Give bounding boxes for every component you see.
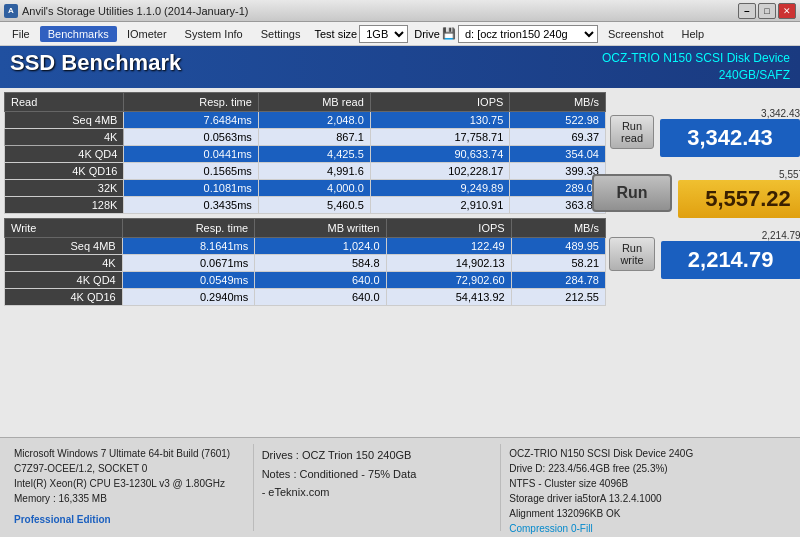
table-row: 4K QD4 0.0549ms 640.0 72,902.60 284.78 [5,271,606,288]
run-button[interactable]: Run [592,174,672,212]
device-line1: OCZ-TRIO N150 SCSI Disk Device [602,50,790,67]
run-read-button[interactable]: Run read [610,115,654,149]
total-score-container: 5,557.22 5,557.22 [678,169,800,218]
table-row: 4K QD4 0.0441ms 4,425.5 90,633.74 354.04 [5,145,606,162]
mb-read-cell: 2,048.0 [258,111,370,128]
mb-read-cell: 4,000.0 [258,179,370,196]
resp-time-cell: 0.1565ms [124,162,258,179]
row-label: 4K QD4 [5,145,124,162]
notes-section: Drives : OCZ Trion 150 240GB Notes : Con… [254,444,502,531]
mb-written-cell: 640.0 [255,271,386,288]
read-score-container: 3,342.43 3,342.43 [660,108,800,157]
menu-file[interactable]: File [4,26,38,42]
system-info-section: Microsoft Windows 7 Ultimate 64-bit Buil… [6,444,254,531]
drive-select[interactable]: d: [ocz trion150 240g [458,25,598,43]
device-line2: 240GB/SAFZ [602,67,790,84]
sys-line4: Memory : 16,335 MB [14,491,245,506]
row-label: Seq 4MB [5,237,123,254]
test-size-select[interactable]: 1GB 4GB 8GB [359,25,408,43]
content-wrapper: Read Resp. time MB read IOPS MB/s Seq 4M… [0,88,800,437]
menu-iometer[interactable]: IOmeter [119,26,175,42]
menu-benchmarks[interactable]: Benchmarks [40,26,117,42]
drive-line1: OCZ-TRIO N150 SCSI Disk Device 240G [509,446,786,461]
maximize-button[interactable]: □ [758,3,776,19]
resp-time-cell: 0.3435ms [124,196,258,213]
sys-line2: C7Z97-OCEE/1.2, SOCKET 0 [14,461,245,476]
iops-col-header: IOPS [370,92,510,111]
resp-time-col-header: Resp. time [124,92,258,111]
mbs-cell: 354.04 [510,145,606,162]
table-row: 4K QD16 0.2940ms 640.0 54,413.92 212.55 [5,288,606,305]
read-score-box: 3,342.43 [660,119,800,157]
run-write-button[interactable]: Run write [609,237,654,271]
iops-cell: 2,910.91 [370,196,510,213]
write-score-container: 2,214.79 2,214.79 [661,230,800,279]
mb-read-cell: 5,460.5 [258,196,370,213]
iops-cell: 122.49 [386,237,511,254]
bottom-bar: Microsoft Windows 7 Ultimate 64-bit Buil… [0,437,800,537]
resp-time-cell: 0.2940ms [122,288,255,305]
test-size-label: Test size [314,28,357,40]
mb-written-cell: 640.0 [255,288,386,305]
drive-line3: NTFS - Cluster size 4096B [509,476,786,491]
app-icon: A [4,4,18,18]
iops-cell: 72,902.60 [386,271,511,288]
mb-read-cell: 4,991.6 [258,162,370,179]
row-label: 128K [5,196,124,213]
iops-cell: 90,633.74 [370,145,510,162]
drive-line5: Alignment 132096KB OK [509,506,786,521]
write-col-header: Write [5,218,123,237]
row-label: 4K [5,254,123,271]
test-size-group: Test size 1GB 4GB 8GB [314,25,408,43]
mb-read-cell: 867.1 [258,128,370,145]
mb-written-cell: 1,024.0 [255,237,386,254]
iops-cell: 130.75 [370,111,510,128]
iops-cell: 9,249.89 [370,179,510,196]
resp-time-cell: 7.6484ms [124,111,258,128]
mb-written-cell: 584.8 [255,254,386,271]
main-content: SSD Benchmark OCZ-TRIO N150 SCSI Disk De… [0,46,800,537]
write-score-box: 2,214.79 [661,241,800,279]
resp-time-cell: 0.0549ms [122,271,255,288]
mb-written-col-header: MB written [255,218,386,237]
row-label: 32K [5,179,124,196]
notes-line1: Drives : OCZ Trion 150 240GB [262,446,493,465]
resp-time-cell: 0.1081ms [124,179,258,196]
drive-line6: Compression 0-Fill [509,521,786,536]
row-label: 4K QD4 [5,271,123,288]
menu-settings[interactable]: Settings [253,26,309,42]
drive-group: Drive 💾 d: [ocz trion150 240g [414,25,598,43]
total-score-box: 5,557.22 [678,180,800,218]
iops-cell: 102,228.17 [370,162,510,179]
window-title: Anvil's Storage Utilities 1.1.0 (2014-Ja… [22,5,248,17]
table-row: 4K 0.0671ms 584.8 14,902.13 58.21 [5,254,606,271]
resp-time-cell: 0.0441ms [124,145,258,162]
row-label: Seq 4MB [5,111,124,128]
table-row: Seq 4MB 8.1641ms 1,024.0 122.49 489.95 [5,237,606,254]
menu-help[interactable]: Help [674,26,713,42]
table-row: 32K 0.1081ms 4,000.0 9,249.89 289.06 [5,179,606,196]
menu-system-info[interactable]: System Info [177,26,251,42]
pro-edition-label: Professional Edition [14,512,245,527]
tables-area: Read Resp. time MB read IOPS MB/s Seq 4M… [0,88,610,437]
mbs-col-header: MB/s [511,218,605,237]
menu-screenshot[interactable]: Screenshot [600,26,672,42]
row-label: 4K QD16 [5,162,124,179]
iops-cell: 14,902.13 [386,254,511,271]
row-label: 4K QD16 [5,288,123,305]
mbs-cell: 284.78 [511,271,605,288]
right-panel: Run read 3,342.43 3,342.43 Run 5,557.22 … [610,88,800,437]
mbs-cell: 58.21 [511,254,605,271]
notes-line3: - eTeknix.com [262,483,493,502]
close-button[interactable]: ✕ [778,3,796,19]
table-row: Seq 4MB 7.6484ms 2,048.0 130.75 522.98 [5,111,606,128]
table-row: 128K 0.3435ms 5,460.5 2,910.91 363.86 [5,196,606,213]
iops-cell: 17,758.71 [370,128,510,145]
minimize-button[interactable]: ‒ [738,3,756,19]
resp-time-cell: 0.0563ms [124,128,258,145]
mbs-col-header: MB/s [510,92,606,111]
table-row: 4K QD16 0.1565ms 4,991.6 102,228.17 399.… [5,162,606,179]
drive-line2: Drive D: 223.4/56.4GB free (25.3%) [509,461,786,476]
write-score-label: 2,214.79 [661,230,800,241]
mb-read-col-header: MB read [258,92,370,111]
